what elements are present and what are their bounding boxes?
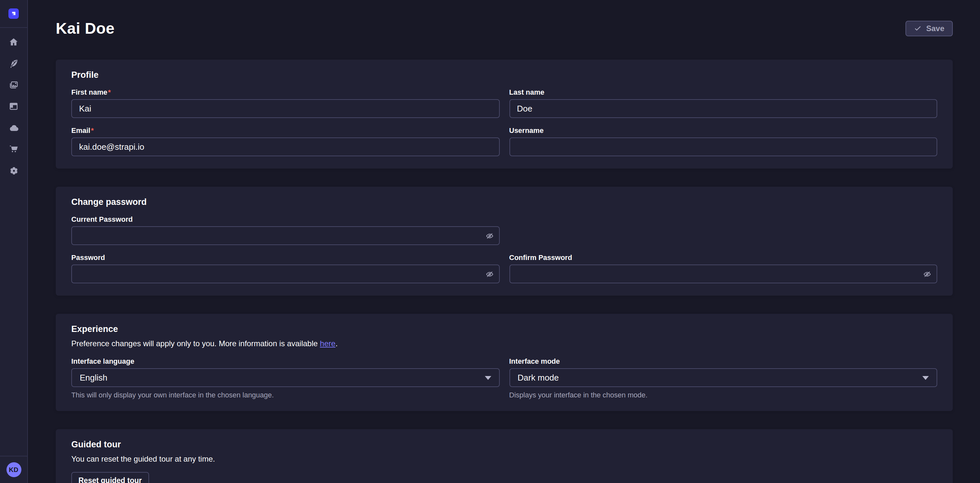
empty-grid-cell: [509, 215, 937, 245]
sidebar-item-media-library[interactable]: [5, 77, 22, 93]
strapi-logo-icon: [10, 10, 18, 18]
email-input[interactable]: [71, 137, 500, 156]
guided-tour-description: You can reset the guided tour at any tim…: [71, 454, 937, 464]
required-asterisk: *: [91, 126, 94, 134]
interface-mode-label: Interface mode: [509, 357, 937, 365]
home-icon: [8, 37, 19, 47]
profile-card-title: Profile: [71, 70, 937, 80]
interface-language-field: Interface language English This will onl…: [71, 357, 500, 399]
guided-tour-card-title: Guided tour: [71, 440, 937, 449]
experience-card: Experience Preference changes will apply…: [56, 314, 953, 411]
interface-language-label: Interface language: [71, 357, 500, 365]
cloud-icon: [8, 122, 19, 133]
first-name-field: First name *: [71, 88, 500, 118]
toggle-password-visibility-button[interactable]: [485, 231, 493, 240]
sidebar-footer: KD: [0, 456, 27, 483]
user-avatar[interactable]: KD: [6, 462, 21, 477]
main-content: Kai Doe Save Profile First name *: [28, 0, 980, 483]
strapi-logo-button[interactable]: [8, 8, 19, 19]
password-field: Password: [71, 253, 500, 283]
page-title: Kai Doe: [56, 19, 115, 38]
change-password-card: Change password Current Password: [56, 187, 953, 296]
caret-down-icon: [922, 376, 929, 379]
logo-area: [0, 0, 27, 28]
confirm-password-label: Confirm Password: [509, 253, 937, 261]
first-name-input[interactable]: [71, 99, 500, 118]
username-field: Username: [509, 126, 937, 156]
save-button-label: Save: [926, 24, 944, 33]
sidebar-item-settings[interactable]: [5, 162, 22, 179]
sidebar-item-content-manager[interactable]: [5, 55, 22, 72]
experience-description: Preference changes will apply only to yo…: [71, 339, 937, 348]
eye-off-icon: [923, 270, 931, 278]
required-asterisk: *: [108, 88, 111, 96]
password-fields-grid: Current Password: [71, 215, 937, 283]
sidebar-item-home[interactable]: [5, 34, 22, 51]
password-label: Password: [71, 253, 500, 261]
username-input[interactable]: [509, 137, 937, 156]
experience-card-title: Experience: [71, 324, 937, 334]
sidebar-nav: [5, 28, 22, 179]
sidebar-item-marketplace[interactable]: [5, 141, 22, 158]
sidebar: KD: [0, 0, 28, 483]
first-name-label: First name *: [71, 88, 500, 96]
email-label: Email *: [71, 126, 500, 134]
eye-off-icon: [485, 270, 493, 278]
sidebar-item-content-type-builder[interactable]: [5, 98, 22, 115]
current-password-field: Current Password: [71, 215, 500, 245]
email-field: Email *: [71, 126, 500, 156]
profile-fields-grid: First name * Last name Email *: [71, 88, 937, 156]
interface-language-hint: This will only display your own interfac…: [71, 391, 500, 399]
last-name-field: Last name: [509, 88, 937, 118]
confirm-password-field: Confirm Password: [509, 253, 937, 283]
last-name-label: Last name: [509, 88, 937, 96]
interface-mode-value: Dark mode: [517, 373, 559, 383]
interface-mode-field: Interface mode Dark mode Displays your i…: [509, 357, 937, 399]
cart-icon: [8, 144, 19, 154]
change-password-card-title: Change password: [71, 197, 937, 207]
here-link[interactable]: here: [320, 339, 336, 348]
last-name-input[interactable]: [509, 99, 937, 118]
images-icon: [8, 80, 19, 90]
caret-down-icon: [485, 376, 491, 379]
reset-guided-tour-button[interactable]: Reset guided tour: [71, 472, 149, 483]
eye-off-icon: [485, 231, 493, 240]
interface-mode-hint: Displays your interface in the chosen mo…: [509, 391, 937, 399]
toggle-password-visibility-button[interactable]: [923, 270, 931, 278]
check-icon: [914, 25, 922, 32]
toggle-password-visibility-button[interactable]: [485, 270, 493, 278]
feather-icon: [8, 58, 19, 69]
username-label: Username: [509, 126, 937, 134]
current-password-input[interactable]: [71, 226, 500, 245]
layout-icon: [8, 101, 19, 112]
guided-tour-card: Guided tour You can reset the guided tou…: [56, 429, 953, 483]
experience-fields-grid: Interface language English This will onl…: [71, 357, 937, 399]
gear-icon: [8, 165, 19, 176]
password-input[interactable]: [71, 265, 500, 283]
save-button[interactable]: Save: [905, 21, 953, 36]
profile-card: Profile First name * Last name: [56, 60, 953, 169]
interface-language-select[interactable]: English: [71, 368, 500, 387]
page-header: Kai Doe Save: [56, 17, 953, 40]
sidebar-item-cloud[interactable]: [5, 119, 22, 136]
interface-language-value: English: [80, 373, 107, 383]
current-password-label: Current Password: [71, 215, 500, 223]
interface-mode-select[interactable]: Dark mode: [509, 368, 937, 387]
confirm-password-input[interactable]: [509, 265, 937, 283]
strapi-admin-app: KD Kai Doe Save Profile First name *: [0, 0, 980, 483]
